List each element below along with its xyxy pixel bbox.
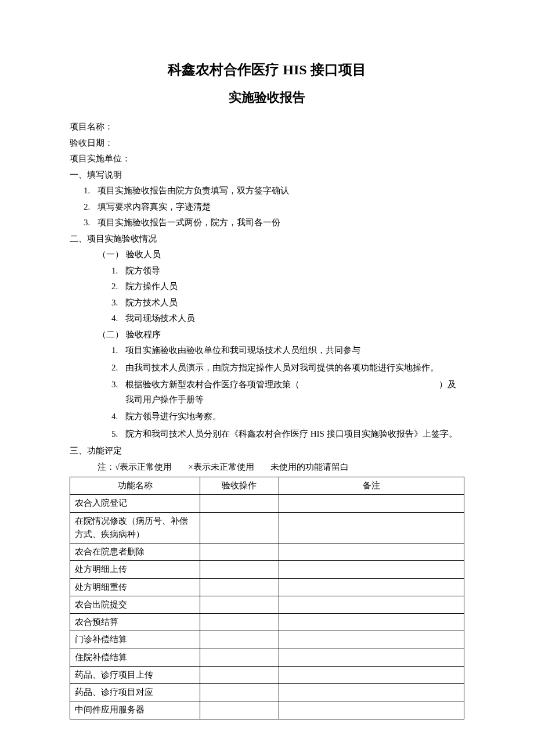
cell-function-name: 住院补偿结算 xyxy=(70,649,200,666)
cell-accept-op xyxy=(200,512,279,543)
personnel-item: 院方领导 xyxy=(125,266,160,275)
procedure-item: 院方领导进行实地考察。 xyxy=(125,409,464,424)
table-row: 药品、诊疗项目对应 xyxy=(70,684,464,701)
cell-remark xyxy=(279,561,464,578)
list-number: 2. xyxy=(84,200,90,215)
table-row: 处方明细重传 xyxy=(70,578,464,596)
list-number: 3. xyxy=(111,377,118,393)
cell-remark xyxy=(279,684,464,701)
list-number: 1. xyxy=(84,183,90,199)
table-row: 农合入院登记 xyxy=(70,495,464,512)
cell-remark xyxy=(279,512,464,543)
personnel-item: 院方操作人员 xyxy=(125,282,178,291)
list-number: 3. xyxy=(84,215,90,231)
function-eval-table: 功能名称 验收操作 备注 农合入院登记在院情况修改（病历号、补偿方式、疾病病种）… xyxy=(70,477,464,719)
cell-remark xyxy=(279,578,464,596)
personnel-item: 我司现场技术人员 xyxy=(125,314,195,323)
cell-function-name: 农合出院提交 xyxy=(70,596,200,613)
list-number: 3. xyxy=(111,296,118,311)
section1-list: 1.项目实施验收报告由院方负责填写，双方签字确认 2.填写要求内容真实，字迹清楚… xyxy=(70,183,464,231)
procedure-item: 由我司技术人员演示，由院方指定操作人员对我司提供的各项功能进行实地操作。 xyxy=(125,361,464,376)
section1-item: 项目实施验收报告由院方负责填写，双方签字确认 xyxy=(98,186,289,195)
cell-remark xyxy=(279,649,464,666)
table-header-row: 功能名称 验收操作 备注 xyxy=(70,477,464,495)
table-row: 农合在院患者删除 xyxy=(70,543,464,561)
cell-function-name: 药品、诊疗项目对应 xyxy=(70,684,200,701)
cell-remark xyxy=(279,614,464,631)
cell-remark xyxy=(279,631,464,649)
cell-accept-op xyxy=(200,684,279,701)
cell-function-name: 处方明细上传 xyxy=(70,561,200,578)
section1-header: 一、填写说明 xyxy=(70,168,464,183)
table-row: 农合预结算 xyxy=(70,614,464,631)
table-row: 农合出院提交 xyxy=(70,596,464,613)
section2-header: 二、项目实施验收情况 xyxy=(70,232,464,247)
list-number: 1. xyxy=(111,343,118,358)
th-remark: 备注 xyxy=(279,477,464,495)
cell-accept-op xyxy=(200,614,279,631)
cell-accept-op xyxy=(200,543,279,561)
procedure-item: 项目实施验收由验收单位和我司现场技术人员组织，共同参与 xyxy=(125,343,464,358)
section1-item: 项目实施验收报告一式两份，院方，我司各一份 xyxy=(98,218,280,227)
cell-accept-op xyxy=(200,596,279,613)
section2-sub2-list: 1.项目实施验收由验收单位和我司现场技术人员组织，共同参与 2.由我司技术人员演… xyxy=(70,343,464,441)
table-row: 住院补偿结算 xyxy=(70,649,464,666)
table-row: 中间件应用服务器 xyxy=(70,701,464,719)
procedure-item: 根据验收方新型农村合作医疗各项管理政策（ ）及我司用户操作手册等 xyxy=(125,377,464,407)
cell-function-name: 中间件应用服务器 xyxy=(70,701,200,719)
list-number: 5. xyxy=(111,427,118,442)
field-project-name: 项目名称： xyxy=(70,120,464,135)
list-number: 2. xyxy=(111,279,118,294)
cell-accept-op xyxy=(200,561,279,578)
th-accept-op: 验收操作 xyxy=(200,477,279,495)
table-row: 在院情况修改（病历号、补偿方式、疾病病种） xyxy=(70,512,464,543)
cell-accept-op xyxy=(200,631,279,649)
legend-normal: √表示正常使用 xyxy=(115,460,172,475)
legend-blank: 未使用的功能请留白 xyxy=(270,460,349,475)
section2-sub1-list: 1.院方领导 2.院方操作人员 3.院方技术人员 4.我司现场技术人员 xyxy=(70,264,464,326)
section1-item: 填写要求内容真实，字迹清楚 xyxy=(98,202,211,211)
list-number: 4. xyxy=(111,311,118,326)
section3-header: 三、功能评定 xyxy=(70,444,464,459)
cell-accept-op xyxy=(200,701,279,719)
cell-remark xyxy=(279,543,464,561)
section2-sub2-header: （二） 验收程序 xyxy=(98,327,464,343)
cell-function-name: 农合入院登记 xyxy=(70,495,200,512)
legend-note: 注：√表示正常使用×表示未正常使用未使用的功能请留白 xyxy=(98,460,464,475)
cell-remark xyxy=(279,666,464,683)
cell-function-name: 农合在院患者删除 xyxy=(70,543,200,561)
table-row: 处方明细上传 xyxy=(70,561,464,578)
legend-abnormal: ×表示未正常使用 xyxy=(188,460,254,475)
field-accept-date: 验收日期： xyxy=(70,136,464,151)
table-row: 门诊补偿结算 xyxy=(70,631,464,649)
cell-function-name: 农合预结算 xyxy=(70,614,200,631)
section2-sub1-header: （一） 验收人员 xyxy=(98,247,464,262)
legend-prefix: 注： xyxy=(98,462,115,471)
cell-remark xyxy=(279,495,464,512)
th-function-name: 功能名称 xyxy=(70,477,200,495)
cell-accept-op xyxy=(200,578,279,596)
personnel-item: 院方技术人员 xyxy=(125,298,178,307)
doc-title-line2: 实施验收报告 xyxy=(70,87,464,108)
doc-title-line1: 科鑫农村合作医疗 HIS 接口项目 xyxy=(70,58,464,82)
cell-remark xyxy=(279,596,464,613)
cell-function-name: 门诊补偿结算 xyxy=(70,631,200,649)
table-row: 药品、诊疗项目上传 xyxy=(70,666,464,683)
cell-accept-op xyxy=(200,495,279,512)
procedure-item: 院方和我司技术人员分别在《科鑫农村合作医疗 HIS 接口项目实施验收报告》上签字… xyxy=(125,427,464,442)
cell-accept-op xyxy=(200,666,279,683)
cell-function-name: 处方明细重传 xyxy=(70,578,200,596)
list-number: 4. xyxy=(111,409,118,424)
cell-function-name: 在院情况修改（病历号、补偿方式、疾病病种） xyxy=(70,512,200,543)
cell-accept-op xyxy=(200,649,279,666)
cell-function-name: 药品、诊疗项目上传 xyxy=(70,666,200,683)
list-number: 1. xyxy=(111,264,118,279)
cell-remark xyxy=(279,701,464,719)
list-number: 2. xyxy=(111,361,118,376)
field-impl-unit: 项目实施单位： xyxy=(70,152,464,167)
